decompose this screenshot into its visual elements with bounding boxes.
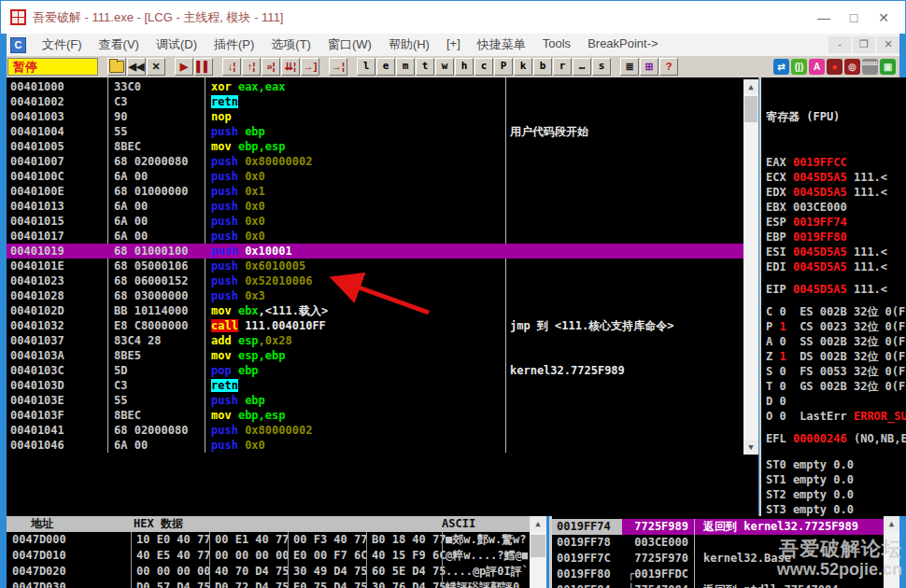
letter-button-w[interactable]: w [435,58,454,76]
disasm-row[interactable]: 0040100E68 01000000push 0x1 [7,184,743,199]
step-over-icon[interactable]: ↑¦ [242,58,261,76]
dump-scrollbar[interactable]: ▲ [530,516,546,588]
breakpoint-target-icon[interactable]: ◎ [844,59,860,75]
windows-icon[interactable]: ⊞ [640,58,658,76]
mdi-minimize-button[interactable]: - [828,36,851,53]
rewind-icon[interactable]: ◀◀ [127,58,146,76]
trace-over-icon[interactable]: ⇊¦ [281,58,300,76]
disasm-row[interactable]: 0040102DBB 10114000mov ebx,<111.载入> [7,303,743,318]
letter-button-s[interactable]: s [592,58,611,76]
stack-row[interactable]: 0019FF747725F989返回到 kernel32.7725F989 [552,519,899,535]
letter-button-P[interactable]: P [494,58,513,76]
menu-item-6[interactable]: 帮助(H) [380,36,438,53]
disasm-row[interactable]: 00401032E8 C8000000call 111.004010FFjmp … [7,318,743,333]
letter-button-m[interactable]: m [396,58,415,76]
mdi-close-button[interactable]: ✕ [877,36,899,53]
run-icon[interactable]: ▶ [175,58,193,76]
goto-icon[interactable]: →¦ [329,58,347,76]
disasm-row[interactable]: 0040103DC3retn [7,378,743,393]
step-into-icon[interactable]: ↓¦ [222,58,241,76]
disasm-row[interactable]: 004010466A 00push 0x0 [7,438,743,453]
letter-button-l[interactable]: l [357,58,375,76]
scroll-up-icon[interactable]: ▲ [743,79,758,94]
disasm-row[interactable]: 0040101968 01000100push 0x10001 [7,244,743,259]
letter-button-b[interactable]: b [533,58,552,76]
disassembly-pane[interactable]: 0040100033C0xor eax,eax00401002C3retn004… [7,77,758,516]
stack-row[interactable]: 0019FF80┌0019FFDC [552,567,899,582]
letter-button-…[interactable]: … [573,58,591,76]
scroll-thumb[interactable] [531,535,545,557]
close-button[interactable]: ✕ [870,7,898,29]
letter-button-e[interactable]: e [376,58,395,76]
stack-scrollbar[interactable]: ▲ [884,516,899,588]
disasm-row[interactable]: 0040102868 03000000push 0x3 [7,288,743,303]
dump-row[interactable]: 0047D01040 E5 40 7700 00 00 00E0 00 F7 6… [7,548,526,564]
scroll-thumb[interactable] [744,96,757,122]
help-icon[interactable]: ? [659,58,678,76]
menu-item-3[interactable]: 插件(P) [205,36,262,53]
letter-button-r[interactable]: r [553,58,572,76]
disasm-row[interactable]: 0040100455push ebp用户代码段开始 [7,124,743,139]
disasm-row[interactable]: 0040103A8BE5mov esp,ebp [7,348,743,363]
menu-item-9[interactable]: Tools [534,36,579,53]
menu-item-8[interactable]: 快捷菜单 [469,36,534,53]
sync-icon[interactable]: ⇄ [773,59,789,75]
stack-row[interactable]: 0019FF78003CE000 [552,535,899,551]
trace-into-icon[interactable]: »¦ [262,58,280,76]
stack-row[interactable]: 0019FF7C7725F970kernel32.Base [552,551,899,567]
disasm-row[interactable]: 0040102368 06000152push 0x52010006 [7,273,743,288]
disasm-scrollbar[interactable]: ▲ ▼ [743,79,758,455]
disasm-row[interactable]: 0040100033C0xor eax,eax [7,79,743,94]
menu-item-4[interactable]: 选项(T) [262,36,319,53]
dump-row[interactable]: 0047D02000 00 00 0040 70 D4 7530 49 D4 7… [7,564,526,580]
maximize-button[interactable]: □ [840,7,868,29]
disasm-row[interactable]: 004010176A 00push 0x0 [7,229,743,244]
letter-button-t[interactable]: t [416,58,434,76]
scroll-up-icon[interactable]: ▲ [530,516,546,531]
binary-icon[interactable]: 010101 [862,59,878,75]
hex-dump-pane[interactable]: 地址 HEX 数据 ASCII 0047D00010 E0 40 7700 E1… [7,516,546,588]
log-window-icon[interactable]: ≣ [620,58,639,76]
scroll-up-icon[interactable]: ▲ [884,516,899,531]
pause-icon[interactable]: ▌▌ [194,58,213,76]
disasm-row[interactable]: 0040100768 02000080push 0x80000002 [7,154,743,169]
assembler-icon[interactable]: A [809,59,825,75]
disasm-row[interactable]: 0040100390nop [7,109,743,124]
stack-row[interactable]: 0019FF84│77547084返回到 ntdll.77547084 [552,582,899,588]
disasm-row[interactable]: 004010136A 00push 0x0 [7,199,743,214]
close-icon[interactable]: ✕ [147,58,165,76]
menu-item-1[interactable]: 查看(V) [91,36,148,53]
stack-pane[interactable]: 0019FF747725F989返回到 kernel32.7725F989001… [549,516,899,588]
registers-pane[interactable]: 寄存器 (FPU) EAX 0019FFCCECX 0045D5A5 111.<… [759,77,906,516]
run-trace-icon[interactable]: (|) [791,59,807,75]
dump-row[interactable]: 0047D00010 E0 40 7700 E1 40 7700 F3 40 7… [7,532,526,548]
memory-map-icon[interactable]: ▣ [880,59,896,75]
cpu-window-icon[interactable]: C [10,37,26,53]
menu-item-2[interactable]: 调试(D) [148,36,205,53]
disasm-row[interactable]: 0040103F8BECmov ebp,esp [7,408,743,423]
disasm-row[interactable]: 0040104168 02000080push 0x80000002 [7,423,743,438]
disasm-instruction: xor eax,eax [211,79,285,94]
menu-item-5[interactable]: 窗口(W) [319,36,380,53]
menu-item-10[interactable]: BreakPoint-> [579,36,667,53]
scroll-down-icon[interactable]: ▼ [743,440,758,455]
disasm-row[interactable]: 00401002C3retn [7,94,743,109]
letter-button-c[interactable]: c [474,58,493,76]
disasm-row[interactable]: 004010156A 00push 0x0 [7,214,743,229]
execute-till-return-icon[interactable]: →] [301,58,319,76]
minimize-button[interactable]: — [810,7,838,29]
dump-row[interactable]: 0047D030D0 57 D4 75D0 72 D4 75E0 75 D4 7… [7,580,526,588]
disasm-row[interactable]: 0040103E55push ebp [7,393,743,408]
disasm-row[interactable]: 0040103C5Dpop ebpkernel32.7725F989 [7,363,743,378]
menu-item-0[interactable]: 文件(F) [34,36,91,53]
menu-item-7[interactable]: [+] [438,36,469,53]
open-file-icon[interactable] [107,58,126,76]
letter-button-h[interactable]: h [455,58,474,76]
disasm-row[interactable]: 0040100C6A 00push 0x0 [7,169,743,184]
record-icon[interactable]: ● [827,59,842,75]
letter-button-k[interactable]: k [514,58,532,76]
disasm-row[interactable]: 0040103783C4 28add esp,0x28 [7,333,743,348]
mdi-restore-button[interactable]: ❐ [853,36,875,53]
disasm-row[interactable]: 0040101E68 05000106push 0x6010005 [7,259,743,273]
disasm-row[interactable]: 004010058BECmov ebp,esp [7,139,743,154]
